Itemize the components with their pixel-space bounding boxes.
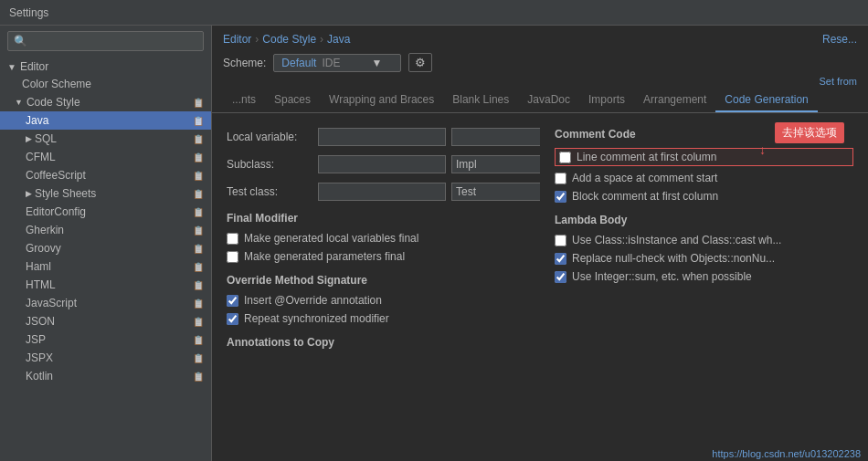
sidebar-item-java[interactable]: Java 📋 — [0, 111, 211, 130]
breadcrumb-path: Editor › Code Style › Java — [223, 33, 350, 46]
set-from-link[interactable]: Set from — [819, 76, 857, 87]
sidebar-item-colorscheme[interactable]: Color Scheme — [0, 75, 211, 93]
arrow-right-icon: ▶ — [26, 134, 32, 143]
sidebar-item-label: JSON — [26, 315, 55, 328]
dropdown-arrow-icon: ▼ — [371, 57, 382, 69]
bottom-link-text: https://blog.csdn.net/u013202238 — [712, 448, 861, 459]
tabs-row: ...nts Spaces Wrapping and Braces Blank … — [212, 89, 868, 113]
sidebar-item-label: EditorConfig — [26, 205, 86, 218]
copy-icon: 📋 — [193, 262, 204, 272]
annotations-title: Annotations to Copy — [227, 336, 525, 349]
localvar-input1[interactable] — [318, 128, 446, 146]
checkbox-line-comment-input[interactable] — [559, 152, 571, 163]
sidebar-item-label: Style Sheets — [35, 187, 96, 200]
bottom-link[interactable]: https://blog.csdn.net/u013202238 — [712, 448, 861, 459]
sidebar-item-groovy[interactable]: Groovy 📋 — [0, 239, 211, 257]
sidebar-item-kotlin[interactable]: Kotlin 📋 — [0, 367, 211, 385]
sidebar-item-editorconfig[interactable]: EditorConfig 📋 — [0, 203, 211, 221]
checkbox-params-final-input[interactable] — [227, 251, 238, 263]
sidebar-item-label: SQL — [35, 132, 57, 145]
tab-arrangement[interactable]: Arrangement — [634, 89, 715, 112]
copy-icon: 📋 — [193, 280, 204, 290]
scheme-default-text: Default — [281, 57, 316, 69]
localvar-input2[interactable] — [451, 128, 540, 146]
arrow-down-icon: ▼ — [7, 62, 16, 72]
gear-button[interactable]: ⚙ — [408, 53, 432, 72]
checkbox-isinstance: Use Class::isInstance and Class::cast wh… — [555, 234, 853, 246]
subclass-input2[interactable] — [451, 155, 540, 173]
sidebar-item-label: HTML — [26, 278, 56, 291]
sidebar-item-label: CFML — [26, 151, 56, 163]
checkbox-nullcheck: Replace null-check with Objects::nonNu..… — [555, 252, 853, 265]
checkbox-override-annotation-input[interactable] — [227, 295, 238, 307]
panels-container: Local variable: Subclass: Test class: Fi — [212, 113, 868, 461]
breadcrumb: Editor › Code Style › Java Rese... — [212, 26, 868, 49]
tab-spaces[interactable]: Spaces — [265, 89, 320, 112]
copy-icon: 📋 — [193, 335, 204, 345]
final-modifier-title: Final Modifier — [227, 212, 525, 225]
annotation-container: 去掉该选项 ↓ Line comment at first column — [555, 148, 853, 166]
checkbox-block-comment-label: Block comment at first column — [572, 190, 718, 203]
localvar-label: Local variable: — [227, 131, 318, 143]
lambda-title: Lambda Body — [555, 214, 853, 226]
sidebar-item-haml[interactable]: Haml 📋 — [0, 257, 211, 276]
sidebar-item-editor[interactable]: ▼ Editor — [0, 57, 211, 75]
override-title: Override Method Signature — [227, 274, 525, 287]
tab-wrapping[interactable]: Wrapping and Braces — [320, 89, 443, 112]
sidebar-item-cfml[interactable]: CFML 📋 — [0, 148, 211, 166]
tab-codegeneration[interactable]: Code Generation — [715, 89, 817, 112]
final-modifier-section: Final Modifier Make generated local vari… — [227, 212, 525, 263]
reset-button[interactable]: Rese... — [822, 33, 857, 46]
sidebar-item-gherkin[interactable]: Gherkin 📋 — [0, 221, 211, 239]
content-area: Editor › Code Style › Java Rese... Schem… — [212, 26, 868, 461]
sidebar-item-label: Groovy — [26, 242, 61, 255]
breadcrumb-java: Java — [327, 33, 350, 46]
scheme-select[interactable]: Default IDE ▼ — [273, 54, 401, 72]
checkbox-synchronized-input[interactable] — [227, 313, 238, 325]
sidebar-item-label: Haml — [26, 260, 51, 273]
checkbox-integersum-input[interactable] — [555, 271, 566, 283]
sidebar-item-coffeescript[interactable]: CoffeeScript 📋 — [0, 166, 211, 184]
checkbox-isinstance-input[interactable] — [555, 235, 566, 246]
checkbox-nullcheck-input[interactable] — [555, 253, 566, 265]
arrow-right-icon: ▶ — [26, 189, 32, 198]
left-panel: Local variable: Subclass: Test class: Fi — [212, 120, 540, 454]
tab-ints[interactable]: ...nts — [223, 89, 265, 112]
form-row-testclass: Test class: — [227, 183, 525, 201]
tab-imports[interactable]: Imports — [579, 89, 634, 112]
checkbox-space-comment: Add a space at comment start — [555, 172, 853, 184]
comment-code-section: Comment Code 去掉该选项 ↓ Line comment at fir… — [555, 128, 853, 203]
checkbox-local-final-label: Make generated local variables final — [244, 232, 418, 245]
sidebar-item-codestyle[interactable]: ▼ Code Style 📋 — [0, 93, 211, 111]
tab-blanklines[interactable]: Blank Lines — [443, 89, 518, 112]
checkbox-params-final: Make generated parameters final — [227, 250, 525, 263]
checkbox-override-annotation: Insert @Override annotation — [227, 294, 525, 307]
tab-javadoc[interactable]: JavaDoc — [518, 89, 579, 112]
sidebar-item-stylesheets[interactable]: ▶ Style Sheets 📋 — [0, 184, 211, 203]
sidebar-item-javascript[interactable]: JavaScript 📋 — [0, 294, 211, 312]
scheme-row: Scheme: Default IDE ▼ ⚙ — [212, 49, 868, 76]
checkbox-space-comment-input[interactable] — [555, 173, 566, 184]
scheme-label: Scheme: — [223, 57, 266, 69]
testclass-input2[interactable] — [451, 183, 540, 201]
search-input[interactable] — [7, 31, 204, 51]
sidebar-item-label: Kotlin — [26, 370, 53, 382]
lambda-section: Lambda Body Use Class::isInstance and Cl… — [555, 214, 853, 283]
checkbox-block-comment-input[interactable] — [555, 191, 566, 203]
checkbox-local-final-input[interactable] — [227, 233, 238, 245]
override-section: Override Method Signature Insert @Overri… — [227, 274, 525, 325]
sidebar: ▼ Editor Color Scheme ▼ Code Style 📋 Jav… — [0, 26, 212, 461]
sidebar-item-jspx[interactable]: JSPX 📋 — [0, 349, 211, 367]
set-from-row: Set from — [212, 76, 868, 87]
title-bar-text: Settings — [9, 6, 48, 19]
testclass-input1[interactable] — [318, 183, 446, 201]
copy-icon: 📋 — [193, 353, 204, 363]
sidebar-item-html[interactable]: HTML 📋 — [0, 276, 211, 294]
checkbox-synchronized: Repeat synchronized modifier — [227, 312, 525, 325]
sidebar-item-jsp[interactable]: JSP 📋 — [0, 330, 211, 349]
scheme-ide-text: IDE — [322, 57, 340, 69]
subclass-input1[interactable] — [318, 155, 446, 173]
sidebar-item-sql[interactable]: ▶ SQL 📋 — [0, 130, 211, 148]
sidebar-item-json[interactable]: JSON 📋 — [0, 312, 211, 330]
breadcrumb-editor: Editor — [223, 33, 251, 46]
